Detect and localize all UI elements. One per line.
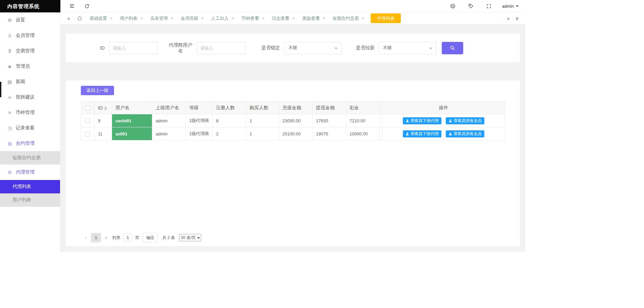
agent-username-label: 代理商用户名 <box>169 42 192 54</box>
cell-level: 1级代理商 <box>186 127 213 140</box>
chevron-down-icon <box>429 48 432 50</box>
page-content: ID 代理商用户名 是否锁定 不限 是否拉新 不限 <box>60 24 525 252</box>
tab-item-8[interactable]: 短期合约交易× <box>329 12 368 24</box>
goto-label: 到第 <box>112 235 120 241</box>
tabs-scroll-right-icon[interactable]: » <box>504 15 513 21</box>
tabs-menu-icon[interactable]: ∨ <box>513 15 521 21</box>
total-count: 共 2 条 <box>162 235 175 241</box>
cell-bonus: 10000.00 <box>346 127 379 140</box>
user-icon <box>406 119 409 123</box>
home-icon <box>77 16 82 21</box>
view-members-button[interactable]: 查看其所有会员 <box>446 117 484 124</box>
header-recharge: 充值金额 <box>279 102 313 114</box>
agent-username-input[interactable] <box>197 42 246 54</box>
sidebar-item-agents[interactable]: ⊙代理管理 <box>0 165 60 180</box>
sidebar-item-records[interactable]: ◷记录查看 <box>0 120 60 136</box>
header-withdraw: 提现金额 <box>313 102 346 114</box>
goto-page-input[interactable] <box>123 233 132 242</box>
close-icon[interactable]: × <box>141 16 143 20</box>
page-size-select[interactable]: 30 条/页 <box>179 234 201 241</box>
id-input[interactable] <box>109 42 158 54</box>
row-checkbox[interactable] <box>85 118 90 123</box>
link-icon: ∞ <box>7 95 13 100</box>
close-icon[interactable]: × <box>262 16 265 20</box>
tab-item-4[interactable]: 人工出入× <box>207 12 238 24</box>
tab-item-3[interactable]: 会员等级× <box>177 12 208 24</box>
tab-item-active[interactable]: 代理列表 <box>371 13 401 23</box>
view-sub-agents-button[interactable]: 查看其下级代理 <box>403 130 441 137</box>
next-page-icon[interactable]: › <box>103 234 109 241</box>
close-icon[interactable]: × <box>171 16 173 20</box>
search-button[interactable] <box>442 42 463 54</box>
cell-actions: 查看其下级代理 查看其所有会员 <box>382 127 505 140</box>
select-all-checkbox[interactable] <box>85 106 90 111</box>
tab-item-7[interactable]: 奖励查看× <box>299 12 329 24</box>
header-id[interactable]: ID <box>95 102 112 114</box>
collapse-menu-icon[interactable] <box>67 0 77 12</box>
sidebar-subitem-short-contract[interactable]: 短期合约交易 <box>0 151 60 165</box>
sidebar-subitem-user-list[interactable]: 用户列表 <box>0 193 60 207</box>
lock-label: 是否锁定 <box>261 45 280 51</box>
header-registered: 注册人数 <box>213 102 246 114</box>
tab-item-1[interactable]: 用户列表× <box>116 12 147 24</box>
close-icon[interactable]: × <box>362 16 365 20</box>
sidebar-item-members[interactable]: ♙会员管理 <box>0 28 60 43</box>
theme-icon[interactable] <box>448 0 458 12</box>
sort-icon[interactable] <box>104 106 107 110</box>
view-sub-agents-button[interactable]: 查看其下级代理 <box>403 117 441 124</box>
contract-icon: ◎ <box>7 141 13 146</box>
gear-icon: ⚙ <box>7 17 13 23</box>
tabs-scroll-left-icon[interactable]: « <box>64 15 73 21</box>
current-page[interactable]: 1 <box>91 233 101 242</box>
header-bonus: 彩金 <box>346 102 379 114</box>
cell-withdraw: 17930 <box>313 114 346 127</box>
cell-id: 11 <box>95 127 112 140</box>
sidebar-item-transactions[interactable]: $交易管理 <box>0 43 60 59</box>
tab-item-2[interactable]: 实名管理× <box>147 12 177 24</box>
tab-item-6[interactable]: 日志查看× <box>268 12 299 24</box>
chevron-down-icon <box>334 48 338 50</box>
home-tab[interactable] <box>73 12 86 24</box>
topbar: admin <box>60 0 525 12</box>
cell-buyers: 1 <box>246 114 279 127</box>
header-gap <box>379 102 382 114</box>
sidebar-scrollbar[interactable] <box>0 82 1 97</box>
row-checkbox[interactable] <box>85 131 90 136</box>
sidebar-item-feedback[interactable]: ∞投拆建议 <box>0 89 60 105</box>
close-icon[interactable]: × <box>292 16 295 20</box>
header-actions: 操作 <box>382 102 505 114</box>
confirm-page-button[interactable]: 确定 <box>143 233 158 242</box>
cell-gap <box>379 114 382 127</box>
sidebar-item-news[interactable]: ▤新闻 <box>0 74 60 89</box>
sidebar-item-settings[interactable]: ⚙设置 <box>0 12 60 28</box>
page-unit-label: 页 <box>135 235 139 241</box>
refresh-icon[interactable] <box>82 0 92 12</box>
tag-icon[interactable] <box>466 0 476 12</box>
view-members-button[interactable]: 查看其所有会员 <box>446 130 484 137</box>
close-icon[interactable]: × <box>323 16 325 20</box>
sidebar-item-admins[interactable]: ◈管理员 <box>0 59 60 74</box>
lock-select[interactable]: 不限 <box>284 42 342 54</box>
close-icon[interactable]: × <box>110 16 113 20</box>
header-buyers: 购买人数 <box>246 102 279 114</box>
back-button[interactable]: 返回上一级 <box>81 86 114 95</box>
close-icon[interactable]: × <box>231 16 234 20</box>
close-icon[interactable]: × <box>201 16 204 20</box>
tab-item-0[interactable]: 基础设置× <box>86 12 116 24</box>
table-row: 9 ceshi01 admin 1级代理商 8 1 23050.00 17930… <box>81 114 505 127</box>
dollar-icon: $ <box>7 48 13 54</box>
pull-new-select[interactable]: 不限 <box>379 42 436 54</box>
search-panel: ID 代理商用户名 是否锁定 不限 是否拉新 不限 <box>66 34 520 62</box>
prev-page-icon[interactable]: ‹ <box>83 234 89 241</box>
sidebar-subitem-agent-list[interactable]: 代理列表 <box>0 180 60 193</box>
username: admin <box>502 4 514 9</box>
cell-buyers: 1 <box>246 127 279 140</box>
cell-id: 9 <box>95 114 112 127</box>
user-menu[interactable]: admin <box>502 4 519 9</box>
pull-new-label: 是否拉新 <box>355 45 375 51</box>
fullscreen-icon[interactable] <box>484 0 494 12</box>
agent-icon: ⊙ <box>7 170 13 175</box>
sidebar-item-contracts[interactable]: ◎合约管理 <box>0 136 60 151</box>
sidebar-item-currency[interactable]: ¤币种管理 <box>0 105 60 120</box>
tab-item-5[interactable]: 币种查看× <box>238 12 268 24</box>
